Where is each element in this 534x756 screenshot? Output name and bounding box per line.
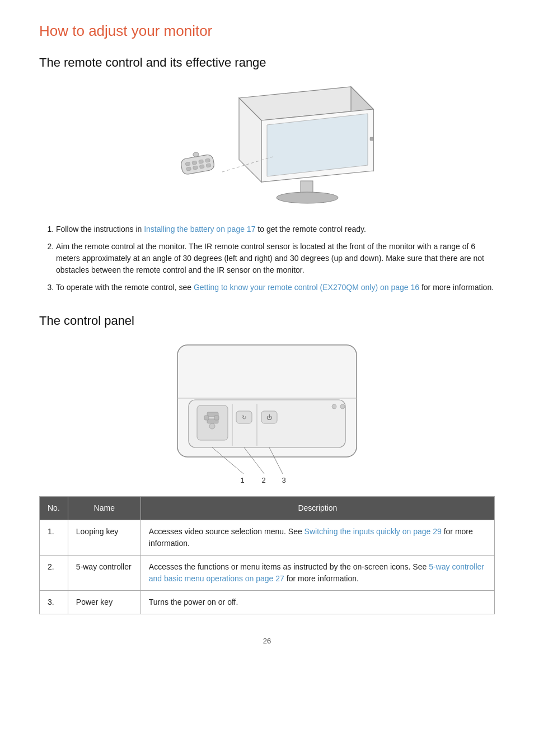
table-header-no: No. <box>40 497 68 520</box>
instruction-item-2: Aim the remote control at the monitor. T… <box>56 241 495 276</box>
svg-text:2: 2 <box>261 476 265 484</box>
svg-point-35 <box>340 404 345 409</box>
table-cell-no-3: 3. <box>40 591 68 614</box>
control-panel-section: The control panel ↻ <box>39 314 495 614</box>
svg-rect-11 <box>199 160 204 164</box>
table-row: 2. 5-way controller Accesses the functio… <box>40 556 495 591</box>
instruction-1-text-before: Follow the instructions in <box>56 225 144 234</box>
svg-rect-16 <box>206 164 211 167</box>
switching-inputs-link[interactable]: Switching the inputs quickly on page 29 <box>305 527 442 536</box>
remote-monitor-illustration <box>149 81 385 210</box>
table-cell-no-2: 2. <box>40 556 68 591</box>
installing-battery-link[interactable]: Installing the battery on page 17 <box>144 225 255 234</box>
table-cell-name-2: 5-way controller <box>68 556 140 591</box>
svg-rect-26 <box>214 416 219 420</box>
svg-text:3: 3 <box>282 476 285 484</box>
svg-point-27 <box>209 423 215 429</box>
table-header-description: Description <box>140 497 494 520</box>
svg-rect-7 <box>370 137 373 141</box>
instruction-1-text-after: to get the remote control ready. <box>257 225 366 234</box>
svg-rect-12 <box>205 158 210 162</box>
svg-rect-13 <box>186 167 191 171</box>
page-title: How to adjust your monitor <box>39 22 495 40</box>
svg-rect-10 <box>192 161 197 165</box>
desc-2-after: for more information. <box>287 574 359 583</box>
table-cell-name-1: Looping key <box>68 520 140 556</box>
table-cell-no-1: 1. <box>40 520 68 556</box>
control-panel-illustration: ↻ ⏻ 1 2 3 <box>144 339 390 491</box>
table-header-name: Name <box>68 497 140 520</box>
control-panel-table: No. Name Description 1. Looping key Acce… <box>39 496 495 614</box>
remote-section-title: The remote control and its effective ran… <box>39 55 495 70</box>
remote-instructions-list: Follow the instructions in Installing th… <box>56 223 495 293</box>
svg-point-6 <box>277 192 338 203</box>
table-header-row: No. Name Description <box>40 497 495 520</box>
desc-1-before: Accesses video source selection menu. Se… <box>149 527 305 536</box>
table-cell-name-3: Power key <box>68 591 140 614</box>
table-cell-desc-2: Accesses the functions or menu items as … <box>140 556 494 591</box>
svg-text:↻: ↻ <box>242 414 246 421</box>
svg-rect-9 <box>185 162 190 166</box>
instruction-item-3: To operate with the remote control, see … <box>56 282 495 293</box>
svg-rect-15 <box>199 165 204 169</box>
control-panel-illustration-container: ↻ ⏻ 1 2 3 <box>39 339 495 491</box>
svg-rect-25 <box>204 416 209 420</box>
control-panel-title: The control panel <box>39 314 495 328</box>
remote-section: The remote control and its effective ran… <box>39 55 495 293</box>
page-number: 26 <box>39 637 495 645</box>
svg-point-34 <box>332 404 336 409</box>
table-cell-desc-3: Turns the power on or off. <box>140 591 494 614</box>
instruction-item-1: Follow the instructions in Installing th… <box>56 223 495 235</box>
table-cell-desc-1: Accesses video source selection menu. Se… <box>140 520 494 556</box>
svg-text:⏻: ⏻ <box>266 414 272 421</box>
instruction-3-text-before: To operate with the remote control, see <box>56 283 194 292</box>
svg-rect-14 <box>193 166 198 170</box>
svg-text:1: 1 <box>240 476 244 484</box>
instruction-3-text-after: for more information. <box>421 283 494 292</box>
desc-2-before: Accesses the functions or menu items as … <box>149 562 429 571</box>
instruction-2-text: Aim the remote control at the monitor. T… <box>56 242 484 274</box>
svg-marker-4 <box>267 114 368 176</box>
table-row: 3. Power key Turns the power on or off. <box>40 591 495 614</box>
table-row: 1. Looping key Accesses video source sel… <box>40 520 495 556</box>
desc-3-text: Turns the power on or off. <box>149 598 238 606</box>
getting-to-know-remote-link[interactable]: Getting to know your remote control (EX2… <box>194 283 419 292</box>
remote-illustration-container <box>39 81 495 210</box>
